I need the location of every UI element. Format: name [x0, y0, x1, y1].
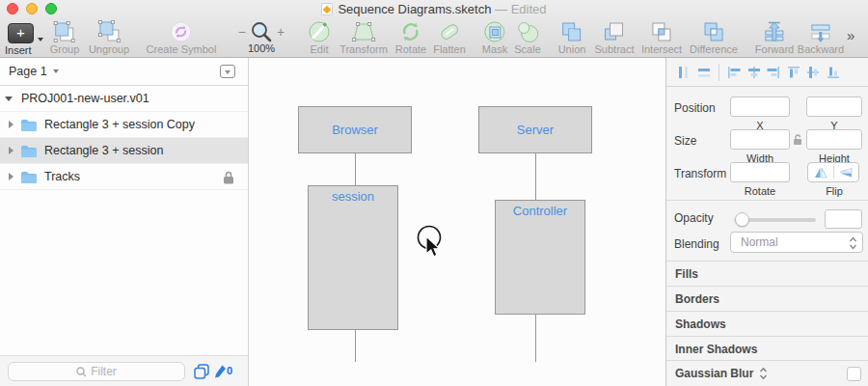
- opacity-slider-thumb[interactable]: [735, 212, 749, 227]
- constrain-proportions-lock-icon[interactable]: [793, 133, 803, 146]
- position-label: Position: [674, 101, 716, 115]
- toolbar-difference[interactable]: Difference: [690, 20, 738, 55]
- divider: [666, 200, 868, 201]
- blending-select[interactable]: Normal: [730, 232, 863, 253]
- align-top-icon[interactable]: [786, 65, 801, 80]
- blending-value: Normal: [741, 235, 778, 249]
- toolbar-edit[interactable]: Edit: [308, 20, 331, 55]
- section-inner-shadows[interactable]: Inner Shadows: [666, 336, 868, 361]
- page-caret-icon: [53, 69, 59, 73]
- layer-row-artboard[interactable]: PROJ001-new-user.v01: [0, 86, 248, 112]
- toolbar-rotate[interactable]: Rotate: [395, 20, 426, 55]
- bring-forward-icon: [762, 20, 787, 43]
- size-height-field[interactable]: [806, 129, 862, 150]
- group-icon: [52, 20, 77, 43]
- flip-vertical-button[interactable]: [808, 163, 833, 181]
- box-label: Controller: [513, 204, 567, 218]
- filter-input[interactable]: Filter: [8, 362, 185, 381]
- toolbar-scale[interactable]: Scale: [514, 20, 541, 55]
- mouse-cursor: [415, 224, 453, 270]
- section-gaussian-blur[interactable]: Gaussian Blur: [666, 360, 868, 386]
- opacity-label: Opacity: [674, 211, 714, 225]
- edit-icon: [308, 20, 331, 43]
- disclosure-open-icon[interactable]: [5, 96, 13, 101]
- insert-button[interactable]: +: [8, 23, 34, 43]
- toolbar-overflow-chevrons[interactable]: »: [847, 27, 853, 43]
- insert-caret-icon[interactable]: [38, 38, 43, 41]
- zoom-in-button[interactable]: +: [277, 24, 285, 40]
- blending-label: Blending: [674, 237, 719, 251]
- size-width-field[interactable]: [730, 129, 790, 150]
- page-label: Page 1: [9, 65, 47, 78]
- pencil-icon[interactable]: [214, 364, 227, 378]
- disclosure-closed-icon[interactable]: [9, 121, 14, 128]
- toolbar-mask[interactable]: Mask: [482, 20, 507, 55]
- toolbar-create-symbol[interactable]: Create Symbol: [147, 20, 217, 55]
- page-selector[interactable]: Page 1: [0, 58, 248, 86]
- toolbar-union[interactable]: Union: [558, 20, 586, 55]
- transform-label: Transform: [674, 167, 726, 180]
- diagram-box-controller[interactable]: Controller: [495, 200, 585, 315]
- box-label: Browser: [332, 123, 378, 137]
- sketch-document-icon: [321, 3, 333, 15]
- align-middle-vertical-icon[interactable]: [805, 65, 821, 80]
- toolbar-intersect[interactable]: Intersect: [641, 20, 682, 55]
- disclosure-closed-icon[interactable]: [9, 147, 14, 154]
- layer-row-locked[interactable]: Tracks: [0, 164, 248, 190]
- position-y-field[interactable]: [806, 96, 862, 117]
- toolbar-transform[interactable]: Transform: [339, 20, 388, 55]
- lifeline-browser-session[interactable]: [355, 153, 356, 185]
- position-x-field[interactable]: [730, 96, 790, 117]
- align-bottom-icon[interactable]: [826, 65, 841, 80]
- opacity-value-field[interactable]: [825, 209, 862, 229]
- blur-type-stepper-icon[interactable]: [759, 367, 768, 380]
- distribute-vertically-icon[interactable]: [696, 65, 712, 80]
- toolbar-forward[interactable]: Forward: [755, 20, 794, 55]
- sketch-window: Sequence Diagrams.sketch — Edited + Inse…: [0, 0, 868, 386]
- rotate-field[interactable]: [730, 162, 790, 182]
- union-icon: [560, 20, 583, 43]
- lock-icon[interactable]: [223, 171, 234, 184]
- section-shadows[interactable]: Shadows: [666, 311, 868, 336]
- section-label: Borders: [675, 292, 719, 306]
- flip-horizontal-button[interactable]: [834, 163, 859, 181]
- toolbar-flatten[interactable]: Flatten: [433, 20, 466, 55]
- align-center-horizontal-icon[interactable]: [746, 65, 762, 80]
- toolbar-backward[interactable]: Backward: [798, 20, 844, 55]
- diagram-box-browser[interactable]: Browser: [298, 106, 412, 153]
- diagram-box-session[interactable]: session: [308, 185, 398, 330]
- section-borders[interactable]: Borders: [666, 286, 868, 311]
- size-label: Size: [674, 134, 696, 148]
- layer-name: Tracks: [44, 170, 80, 183]
- section-label: Shadows: [675, 317, 726, 331]
- duplicate-pages-icon[interactable]: [194, 364, 209, 379]
- diagram-box-server[interactable]: Server: [478, 106, 592, 153]
- toolbar-ungroup[interactable]: Ungroup: [89, 20, 129, 55]
- divider: [719, 64, 719, 81]
- zoom-cluster: − + 100%: [230, 21, 293, 54]
- lifeline-controller-bottom[interactable]: [535, 315, 536, 362]
- canvas[interactable]: Browser Server session Controller: [249, 58, 665, 386]
- toolbar-subtract[interactable]: Subtract: [595, 20, 635, 55]
- layer-row[interactable]: Rectangle 3 + session Copy: [0, 112, 248, 138]
- section-fills[interactable]: Fills: [666, 261, 868, 286]
- align-right-icon[interactable]: [766, 65, 781, 80]
- lifeline-session-bottom[interactable]: [355, 330, 356, 362]
- layer-row-selected[interactable]: Rectangle 3 + session: [0, 138, 248, 164]
- window-title: Sequence Diagrams.sketch — Edited: [0, 2, 868, 16]
- edit-count-badge: 0: [227, 365, 232, 376]
- lifeline-server-controller[interactable]: [535, 153, 536, 200]
- zoom-level: 100%: [230, 42, 293, 54]
- gaussian-blur-checkbox[interactable]: [847, 367, 861, 381]
- toolbar-group[interactable]: Group: [50, 20, 80, 55]
- magnifier-icon[interactable]: [251, 21, 272, 42]
- align-left-icon[interactable]: [726, 65, 742, 80]
- mask-icon: [483, 20, 506, 43]
- page-panel-toggle-icon[interactable]: [220, 65, 235, 78]
- filter-placeholder: Filter: [91, 365, 117, 378]
- disclosure-closed-icon[interactable]: [9, 173, 14, 180]
- distribute-horizontally-icon[interactable]: [676, 65, 692, 80]
- flip-control: [807, 162, 859, 182]
- section-label: Fills: [675, 267, 698, 281]
- zoom-out-button[interactable]: −: [238, 24, 246, 40]
